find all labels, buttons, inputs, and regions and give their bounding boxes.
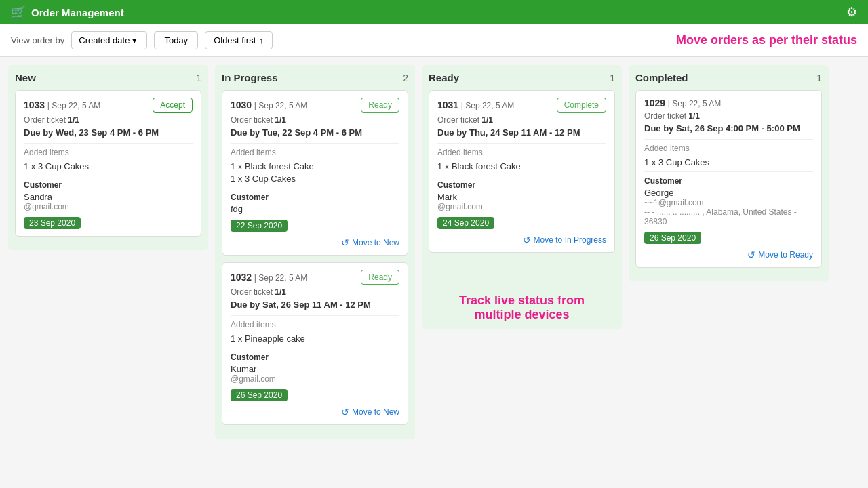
- sort-order-label: Oldest first: [214, 35, 256, 45]
- order-card: 1029 | Sep 22, 5 AMOrder ticket 1/1Due b…: [635, 90, 822, 268]
- order-id: 1033: [24, 100, 45, 110]
- card-ticket: Order ticket 1/1: [231, 115, 399, 125]
- move-link[interactable]: ↺Move to New: [231, 237, 399, 248]
- app-title: Order Management: [31, 7, 124, 18]
- card-due: Due by Tue, 22 Sep 4 PM - 6 PM: [231, 127, 399, 138]
- order-date: | Sep 22, 5 AM: [461, 101, 515, 110]
- customer-label: Customer: [24, 180, 193, 190]
- customer-email: @gmail.com: [437, 202, 606, 211]
- date-badge: 26 Sep 2020: [231, 389, 288, 401]
- card-id-date: 1029 | Sep 22, 5 AM: [644, 98, 721, 108]
- order-date: | Sep 22, 5 AM: [254, 101, 308, 110]
- customer-name: George: [644, 188, 813, 198]
- move-link-label: Move to Ready: [758, 250, 813, 260]
- added-items-label: Added items: [24, 148, 193, 157]
- order-id: 1032: [231, 272, 252, 283]
- item-line: 1 x Pineapple cake: [231, 333, 399, 344]
- move-link-label: Move to In Progress: [534, 235, 606, 245]
- sort-field-value: Created date: [79, 35, 130, 45]
- track-label: Track live status from multiple devices: [429, 293, 615, 322]
- order-id: 1031: [437, 100, 458, 110]
- order-date: | Sep 22, 5 AM: [254, 273, 308, 283]
- column-count-new: 1: [196, 73, 201, 83]
- card-id-date: 1032 | Sep 22, 5 AM: [231, 272, 307, 283]
- customer-label: Customer: [437, 180, 606, 190]
- column-completed: Completed11029 | Sep 22, 5 AMOrder ticke…: [629, 65, 829, 281]
- order-card: 1032 | Sep 22, 5 AMReadyOrder ticket 1/1…: [222, 262, 408, 425]
- column-count-in-progress: 2: [403, 73, 408, 83]
- item-line: 1 x 3 Cup Cakes: [644, 157, 813, 167]
- customer-email: ~~1@gmail.com: [644, 198, 813, 207]
- card-header: 1033 | Sep 22, 5 AMAccept: [24, 98, 193, 113]
- date-value: Today: [164, 35, 188, 45]
- date-input[interactable]: Today: [154, 31, 198, 49]
- top-bar: 🛒 Order Management ⚙: [0, 0, 868, 24]
- customer-email: @gmail.com: [24, 202, 193, 211]
- sort-field-select[interactable]: Created date ▾: [71, 31, 147, 49]
- card-header: 1032 | Sep 22, 5 AMReady: [231, 270, 399, 285]
- item-line: 1 x Black forest Cake: [231, 161, 399, 171]
- card-due: Due by Sat, 26 Sep 11 AM - 12 PM: [231, 300, 399, 310]
- card-ticket: Order ticket 1/1: [24, 115, 193, 125]
- card-due: Due by Sat, 26 Sep 4:00 PM - 5:00 PM: [644, 123, 813, 134]
- column-header-completed: Completed1: [635, 72, 822, 83]
- move-link[interactable]: ↺Move to In Progress: [437, 235, 606, 245]
- column-header-ready: Ready1: [429, 72, 615, 83]
- customer-name: Sandra: [24, 192, 193, 202]
- card-header: 1031 | Sep 22, 5 AMComplete: [437, 98, 606, 113]
- btn-accept[interactable]: Accept: [153, 98, 193, 113]
- column-count-ready: 1: [610, 73, 615, 83]
- sort-arrow-icon: ↑: [259, 35, 264, 45]
- card-header: 1030 | Sep 22, 5 AMReady: [231, 98, 399, 113]
- move-link[interactable]: ↺Move to New: [231, 407, 399, 418]
- btn-ready[interactable]: Ready: [361, 98, 399, 113]
- sort-order-button[interactable]: Oldest first ↑: [205, 31, 273, 49]
- toolbar: View order by Created date ▾ Today Oldes…: [0, 24, 868, 57]
- customer-label: Customer: [231, 192, 399, 202]
- item-line: 1 x Black forest Cake: [437, 161, 606, 171]
- undo-icon: ↺: [341, 237, 349, 248]
- added-items-label: Added items: [231, 148, 399, 157]
- undo-icon: ↺: [747, 249, 755, 260]
- order-card: 1031 | Sep 22, 5 AMCompleteOrder ticket …: [429, 90, 615, 253]
- order-date: | Sep 22, 5 AM: [47, 101, 101, 110]
- move-link[interactable]: ↺Move to Ready: [644, 249, 813, 260]
- added-items-label: Added items: [437, 148, 606, 157]
- btn-ready[interactable]: Ready: [361, 270, 399, 285]
- column-header-in-progress: In Progress2: [222, 72, 408, 83]
- item-line: 1 x 3 Cup Cakes: [231, 174, 399, 184]
- order-card: 1033 | Sep 22, 5 AMAcceptOrder ticket 1/…: [15, 90, 201, 237]
- date-badge: 22 Sep 2020: [231, 220, 288, 232]
- btn-complete[interactable]: Complete: [557, 98, 606, 113]
- order-date: | Sep 22, 5 AM: [668, 99, 722, 108]
- card-id-date: 1030 | Sep 22, 5 AM: [231, 100, 307, 110]
- move-link-label: Move to New: [352, 407, 399, 417]
- card-due: Due by Thu, 24 Sep 11 AM - 12 PM: [437, 127, 606, 138]
- customer-label: Customer: [231, 352, 399, 362]
- column-title-new: New: [15, 72, 36, 83]
- order-id: 1029: [644, 98, 665, 108]
- card-ticket: Order ticket 1/1: [231, 287, 399, 297]
- column-title-in-progress: In Progress: [222, 72, 278, 83]
- customer-address: -- - ...... .. ......... , Alabama, Unit…: [644, 207, 813, 226]
- card-id-date: 1031 | Sep 22, 5 AM: [437, 100, 514, 110]
- customer-label: Customer: [644, 176, 813, 186]
- move-orders-label: Move orders as per their status: [676, 33, 857, 47]
- column-title-ready: Ready: [429, 72, 459, 83]
- column-ready: Ready11031 | Sep 22, 5 AMCompleteOrder t…: [422, 65, 622, 329]
- undo-icon: ↺: [341, 407, 349, 418]
- item-line: 1 x 3 Cup Cakes: [24, 161, 193, 171]
- view-order-label: View order by: [11, 35, 64, 45]
- app-title-group: 🛒 Order Management: [11, 5, 124, 20]
- settings-icon[interactable]: ⚙: [846, 5, 857, 20]
- date-badge: 26 Sep 2020: [644, 232, 701, 244]
- column-header-new: New1: [15, 72, 201, 83]
- date-badge: 23 Sep 2020: [24, 217, 81, 229]
- customer-name: Mark: [437, 192, 606, 202]
- customer-name: fdg: [231, 204, 399, 214]
- column-title-completed: Completed: [635, 72, 688, 83]
- order-id: 1030: [231, 100, 252, 110]
- added-items-label: Added items: [231, 320, 399, 329]
- card-id-date: 1033 | Sep 22, 5 AM: [24, 100, 100, 110]
- card-header: 1029 | Sep 22, 5 AM: [644, 98, 813, 108]
